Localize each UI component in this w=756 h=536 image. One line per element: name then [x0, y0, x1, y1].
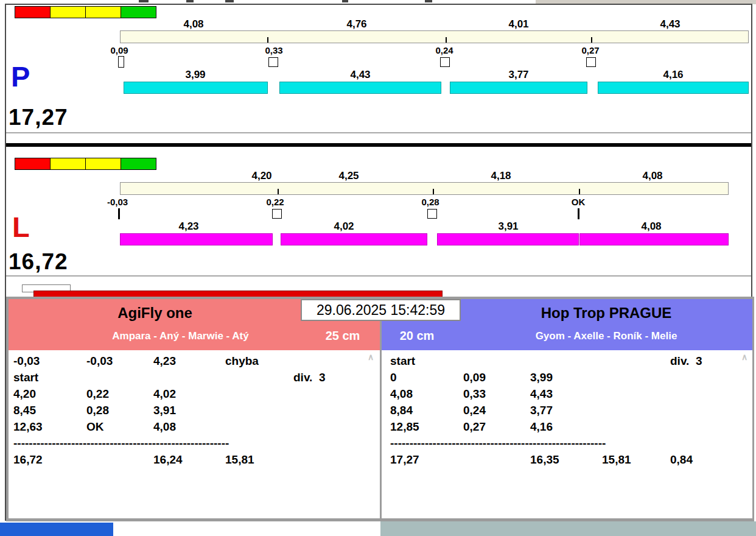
traffic-yellow-light-2 [85, 6, 121, 18]
menu-remnant [225, 0, 234, 2]
table-cell: 4,08 [153, 418, 225, 435]
lane-l-letter: L [12, 213, 30, 241]
upper-split-bar [120, 182, 729, 195]
upper-split-value: 4,01 [508, 18, 528, 30]
menu-remnant [186, 0, 194, 2]
lane-divider-line [6, 275, 751, 277]
lower-split-value: 3,91 [498, 220, 518, 233]
traffic-light-l [15, 158, 156, 170]
table-cell: start [13, 369, 86, 386]
lane-p-total: 17,27 [9, 106, 68, 129]
upper-split-bar [120, 30, 749, 43]
lower-split-value: 4,08 [641, 220, 661, 233]
scroll-up-icon[interactable]: ∧ [368, 352, 374, 362]
split-bar [598, 82, 749, 94]
exchange-time: 0,22 [266, 197, 284, 207]
split-bar [124, 82, 268, 94]
upper-split-value: 4,08 [183, 18, 203, 30]
team-left-category: 25 cm [312, 329, 373, 343]
table-cell: 3,99 [530, 369, 602, 386]
exchange-time: -0,03 [107, 197, 128, 207]
bar-tick [433, 189, 434, 194]
exchange-marker [268, 57, 278, 67]
lower-split-value: 4,43 [350, 69, 370, 81]
table-row: 8,45 0,28 3,91 [13, 402, 380, 418]
lower-split-value: 4,23 [178, 220, 198, 233]
exchange-time: 0,33 [265, 45, 282, 55]
exchange-marker [586, 57, 596, 67]
table-cell: 0,24 [463, 402, 530, 418]
table-cell: 3,91 [153, 402, 225, 418]
table-row: 12,63 OK 4,08 [13, 418, 380, 435]
table-cell: 4,20 [13, 386, 86, 402]
team-right-name: Hop Trop PRAGUE [461, 305, 752, 322]
table-cell: 0,28 [86, 402, 153, 418]
table-cell: 15,81 [225, 451, 293, 468]
table-cell: 3,77 [530, 402, 602, 418]
exchange-marker [440, 57, 450, 67]
team-left-table: -0,03 -0,03 4,23 chyba start div. 3 4,20… [9, 350, 380, 518]
table-row: 17,27 16,35 15,81 0,84 [390, 451, 752, 468]
lower-split-value: 3,77 [508, 69, 528, 81]
table-cell: 4,23 [153, 353, 225, 369]
table-cell: 12,85 [390, 418, 463, 435]
team-right-members: Gyom - Axelle - Roník - Melie [461, 330, 752, 342]
lower-split-value: 4,16 [663, 69, 683, 81]
table-row: ----------------------------------------… [390, 435, 752, 451]
bar-tick [446, 37, 447, 43]
traffic-yellow-light-2 [85, 158, 121, 170]
table-cell: start [390, 353, 463, 369]
table-cell: 4,08 [390, 386, 463, 402]
upper-split-value: 4,25 [338, 170, 359, 182]
table-cell: 4,02 [153, 386, 225, 402]
exchange-tick-mark [118, 208, 120, 219]
exchange-time: OK [572, 197, 586, 207]
table-cell: 8,45 [13, 402, 86, 418]
table-row: ----------------------------------------… [13, 435, 380, 451]
table-row: 8,84 0,24 3,77 [390, 402, 752, 418]
exchange-time: 0,09 [110, 45, 128, 55]
upper-split-value: 4,20 [251, 170, 271, 182]
background-teal-strip [380, 521, 756, 536]
table-cell: 17,27 [390, 451, 463, 468]
table-cell: div. 3 [293, 369, 325, 386]
table-cell: 16,24 [153, 451, 225, 468]
table-cell: 4,43 [530, 386, 602, 402]
scroll-up-icon[interactable]: ∧ [741, 352, 747, 362]
traffic-red-light [15, 6, 51, 18]
table-cell: 16,72 [13, 451, 86, 468]
upper-split-value: 4,18 [491, 170, 511, 182]
exchange-marker [118, 56, 124, 68]
table-row: 12,85 0,27 4,16 [390, 418, 752, 435]
lane-divider-line [6, 132, 751, 133]
lane-p-letter: P [11, 62, 30, 91]
team-right-category: 20 cm [387, 329, 447, 343]
lane-l-total: 16,72 [9, 250, 68, 273]
table-row: 4,08 0,33 4,43 [390, 386, 752, 402]
traffic-yellow-light-1 [50, 6, 86, 18]
table-row: 0 0,09 3,99 [390, 369, 752, 386]
datetime-display: 29.06.2025 15:42:59 [301, 299, 461, 321]
table-cell: -0,03 [13, 353, 86, 369]
upper-split-value: 4,08 [642, 170, 662, 182]
table-row: -0,03 -0,03 4,23 chyba [13, 353, 380, 369]
split-bar [281, 233, 427, 245]
table-cell: 0 [390, 369, 463, 386]
team-left-members: Ampara - Aný - Marwie - Atý [9, 330, 352, 342]
table-cell: ----------------------------------------… [390, 435, 463, 451]
table-cell: 8,84 [390, 402, 463, 418]
exchange-time: 0,28 [421, 197, 439, 207]
bar-tick [278, 189, 279, 194]
table-row: start div. 3 [390, 353, 752, 369]
table-cell: chyba [225, 353, 293, 369]
traffic-yellow-light-1 [50, 158, 86, 170]
lower-split-value: 4,02 [334, 220, 354, 233]
timing-app-window: { "window": { "datetime": "29.06.2025 15… [0, 0, 756, 536]
table-cell: 16,35 [530, 451, 602, 468]
section-divider [6, 143, 751, 147]
table-cell: -0,03 [86, 353, 153, 369]
table-cell: 12,63 [13, 418, 86, 435]
bar-tick [591, 37, 592, 43]
menu-remnant [139, 0, 149, 2]
upper-split-value: 4,76 [346, 18, 366, 30]
